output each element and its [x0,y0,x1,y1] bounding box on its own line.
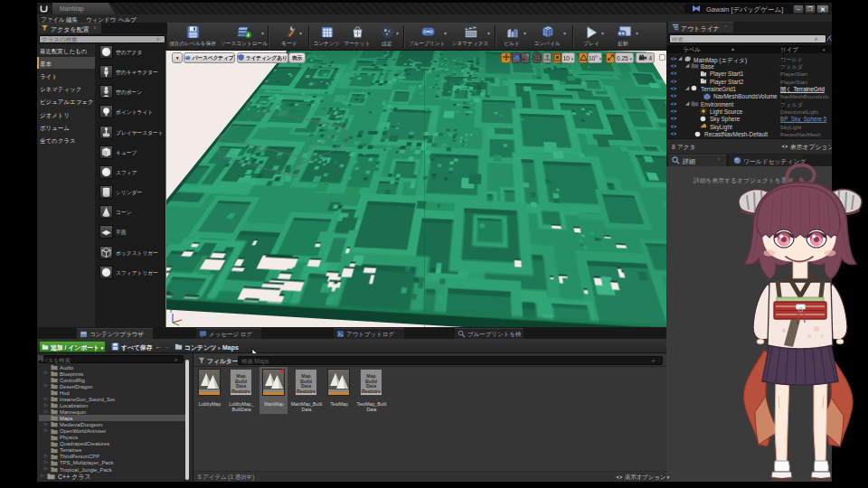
svg-text:z: z [170,308,173,314]
